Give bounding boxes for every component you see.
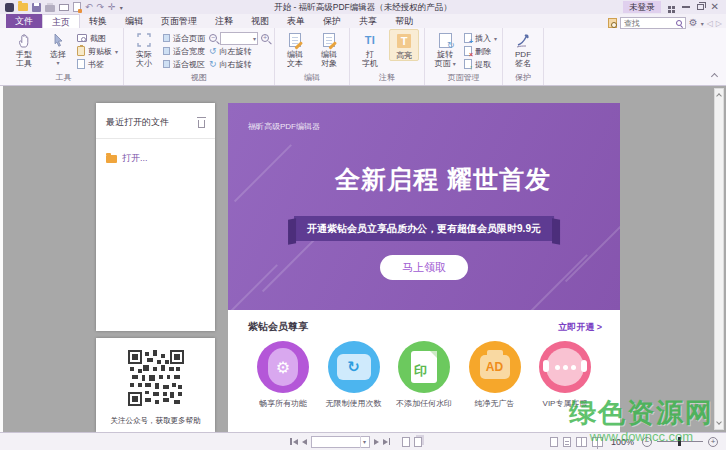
zoom-out-icon[interactable]: − (209, 34, 217, 42)
tab-help[interactable]: 帮助 (386, 14, 422, 28)
vertical-scrollbar[interactable] (714, 88, 724, 430)
restore-button[interactable] (697, 4, 704, 10)
scroll-down-icon[interactable] (716, 419, 722, 425)
tab-page-manage[interactable]: 页面管理 (152, 14, 206, 28)
open-file-row[interactable]: 打开... (96, 139, 215, 178)
zoom-level-combo[interactable]: ▾ (220, 32, 258, 45)
tab-form[interactable]: 表单 (278, 14, 314, 28)
find-next-icon[interactable]: ▷ (716, 19, 722, 28)
edit-object-button[interactable]: 编辑 对象 (314, 29, 344, 68)
page-number-input[interactable] (312, 437, 360, 447)
zoom-slider[interactable] (657, 441, 703, 442)
gear-icon[interactable]: ⚙ (689, 18, 698, 28)
delete-page-button[interactable]: 删除 (464, 45, 497, 57)
vip-features: ⚙ 畅享所有功能 ↻ 无限制使用次数 印 不添加任何水印 AD 纯净无广告 (228, 334, 620, 409)
find-previous-icon[interactable]: ◁ (707, 19, 713, 28)
tab-file[interactable]: 文件 (6, 14, 42, 28)
promo-banner[interactable]: 福昕高级PDF编辑器 全新启程 耀世首发 开通紫钻会员立享品质办公，更有超值会员… (228, 103, 620, 310)
facing-continuous-view-icon[interactable] (592, 437, 603, 447)
first-page-button[interactable] (290, 438, 298, 445)
actual-size-icon (137, 31, 151, 49)
scroll-up-icon[interactable] (716, 93, 722, 99)
no-ads-icon: AD (469, 341, 521, 393)
ribbon-group-edit: 编辑 文本 编辑 对象 编辑 (275, 28, 350, 85)
extract-page-icon (464, 59, 472, 69)
qat-more-caret-icon[interactable]: ▾ (120, 4, 123, 11)
tab-home[interactable]: 主页 (42, 14, 80, 28)
facing-view-icon[interactable] (576, 437, 587, 447)
claim-now-button[interactable]: 马上领取 (380, 255, 468, 280)
support-headset-icon (539, 341, 591, 393)
typewriter-button[interactable]: TI 打 字机 (355, 29, 385, 68)
fit-visible-button[interactable]: 适合视区 (163, 58, 205, 70)
previous-page-button[interactable] (302, 439, 307, 445)
edit-object-icon (323, 33, 335, 47)
hand-icon (17, 31, 31, 49)
hand-quick-icon[interactable]: ✛ (108, 3, 116, 12)
login-status-badge[interactable]: 未登录 (623, 1, 661, 13)
undo-icon[interactable]: ↶ (85, 3, 93, 12)
tab-protect[interactable]: 保护 (314, 14, 350, 28)
tab-convert[interactable]: 转换 (80, 14, 116, 28)
search-icon[interactable] (676, 20, 682, 26)
new-document-icon[interactable] (73, 2, 81, 12)
page-mode-icon[interactable] (402, 437, 410, 447)
ribbon-group-comment: TI 打 字机 T 高亮 注释 (350, 28, 425, 85)
app-logo-icon[interactable] (5, 3, 14, 12)
feature-no-watermark: 印 不添加任何水印 (391, 341, 457, 409)
gear-caret-icon[interactable]: ▾ (701, 20, 704, 27)
banner-stripe (530, 254, 588, 310)
tab-view[interactable]: 视图 (242, 14, 278, 28)
snapshot-button[interactable]: 截图 (77, 32, 118, 44)
pdf-sign-button[interactable]: PDF 签名 (508, 29, 538, 68)
next-page-button[interactable] (374, 439, 379, 445)
zoom-out-button[interactable]: − (642, 437, 652, 447)
rotate-pages-button[interactable]: 旋转 页面 ▾ (430, 29, 460, 69)
clipboard-button[interactable]: 剪贴板 ▾ (77, 45, 118, 57)
tab-edit[interactable]: 编辑 (116, 14, 152, 28)
fit-page-button[interactable]: 适合页面 (163, 32, 205, 44)
qr-panel: 关注公众号，获取更多帮助 (96, 338, 215, 432)
redo-icon[interactable]: ↷ (97, 3, 105, 12)
extract-page-button[interactable]: 提取 (464, 58, 497, 70)
find-bar: ⚙ ▾ ◁ ▷ (608, 17, 722, 29)
page-number-caret-icon[interactable]: ▾ (360, 436, 369, 448)
select-tool-button[interactable]: 选择 ▾ (43, 29, 73, 68)
banner-headline: 全新启程 耀世首发 (228, 163, 620, 196)
rotate-left-button[interactable]: ↺ 向左旋转 (209, 45, 269, 57)
tab-comment[interactable]: 注释 (206, 14, 242, 28)
print-icon[interactable] (45, 5, 55, 12)
last-page-button[interactable] (383, 438, 391, 445)
save-icon[interactable] (32, 3, 41, 12)
edit-text-button[interactable]: 编辑 文本 (280, 29, 310, 68)
continuous-view-icon[interactable] (563, 437, 571, 447)
highlight-button[interactable]: T 高亮 (389, 29, 419, 61)
clear-recent-trash-icon[interactable] (198, 120, 205, 128)
zoom-percent[interactable]: 100% (611, 437, 634, 447)
insert-page-button[interactable]: 插入 ▾ (464, 32, 497, 44)
open-file-icon[interactable] (18, 3, 28, 11)
minimize-button[interactable] (682, 6, 690, 8)
email-icon[interactable] (59, 4, 69, 11)
layout-grid-icon[interactable] (668, 6, 671, 9)
actual-size-button[interactable]: 实际 大小 (129, 29, 159, 68)
zoom-slider-thumb[interactable] (678, 437, 681, 446)
hand-tool-button[interactable]: 手型 工具 (9, 29, 39, 68)
bookmark-button[interactable]: 书签 (77, 58, 118, 70)
start-page: 最近打开的文件 打开... (0, 86, 726, 432)
fit-width-button[interactable]: 适合宽度 (163, 45, 205, 57)
edit-text-icon (289, 33, 301, 47)
ribbon: 手型 工具 选择 ▾ 截图 剪贴 (0, 28, 726, 86)
close-button[interactable]: ✕ (711, 2, 719, 12)
titlebar: ↶ ↷ ✛ ▾ 开始 - 福昕高级PDF编辑器（未经授权的产品） 未登录 ✕ (0, 0, 726, 14)
subscribe-now-link[interactable]: 立即开通 > (558, 321, 602, 334)
rotate-right-button[interactable]: ↻ 向右旋转 (209, 58, 269, 70)
ribbon-collapse-icon[interactable] (711, 73, 718, 80)
open-file-label: 打开... (122, 152, 148, 165)
tab-share[interactable]: 共享 (350, 14, 386, 28)
page-mode-stack-icon[interactable] (414, 437, 422, 447)
single-page-view-icon[interactable] (550, 437, 558, 447)
find-in-doc-icon[interactable] (608, 18, 617, 28)
zoom-in-button[interactable]: + (708, 437, 718, 447)
zoom-in-icon[interactable]: + (261, 34, 269, 42)
